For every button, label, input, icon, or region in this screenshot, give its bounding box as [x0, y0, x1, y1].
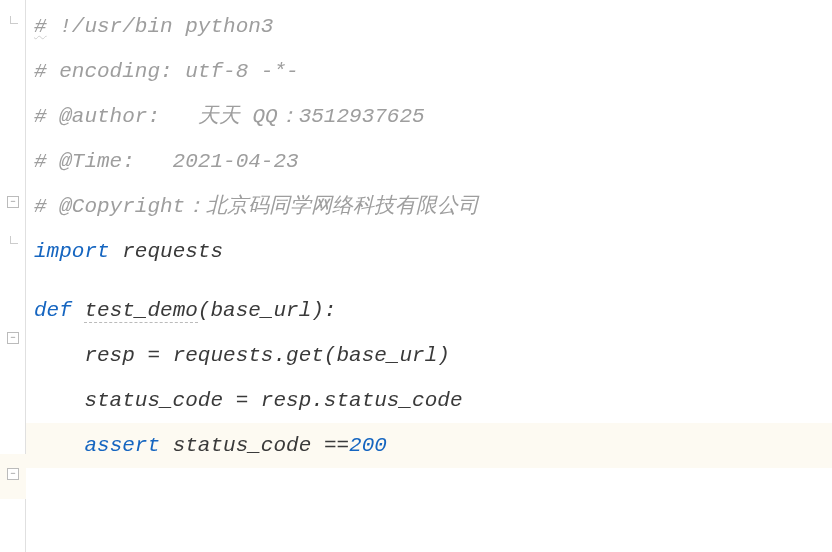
keyword-def: def [34, 299, 72, 322]
code-line[interactable]: resp = requests.get(base_url) [34, 333, 832, 378]
comment-text: # [34, 15, 47, 38]
code-text: requests.get(base_url) [160, 344, 450, 367]
operator-equals: = [147, 344, 160, 367]
code-line[interactable]: status_code = resp.status_code [34, 378, 832, 423]
comment-text: # encoding: utf-8 -*- [34, 60, 299, 83]
code-line[interactable]: # @Copyright：北京码同学网络科技有限公司 [34, 184, 832, 229]
number-literal: 200 [349, 434, 387, 457]
fold-end-marker [10, 236, 18, 244]
code-line[interactable]: import requests [34, 229, 832, 274]
code-text: resp.status_code [248, 389, 462, 412]
code-text: status_code [34, 389, 236, 412]
fold-marker-icon[interactable] [7, 468, 19, 480]
operator-equals: = [236, 389, 249, 412]
comment-text: # @author: 天天 QQ：3512937625 [34, 105, 425, 128]
code-text: status_code [160, 434, 324, 457]
code-line[interactable]: # @Time: 2021-04-23 [34, 139, 832, 184]
code-line[interactable]: # @author: 天天 QQ：3512937625 [34, 94, 832, 139]
editor-gutter [0, 0, 26, 552]
fold-marker-icon[interactable] [7, 332, 19, 344]
blank-line [34, 274, 832, 288]
indent [34, 434, 84, 457]
comment-text: # @Copyright：北京码同学网络科技有限公司 [34, 195, 479, 218]
space [72, 299, 85, 322]
function-name: test_demo [84, 299, 197, 323]
code-line[interactable]: # !/usr/bin python3 [34, 4, 832, 49]
fold-marker-icon[interactable] [7, 196, 19, 208]
module-name: requests [110, 240, 223, 263]
operator-eq: == [324, 434, 349, 457]
code-line[interactable]: def test_demo(base_url): [34, 288, 832, 333]
code-line[interactable]: # encoding: utf-8 -*- [34, 49, 832, 94]
keyword-import: import [34, 240, 110, 263]
code-text: resp [34, 344, 147, 367]
params: (base_url): [198, 299, 337, 322]
code-line-current[interactable]: assert status_code ==200 [26, 423, 832, 468]
keyword-assert: assert [84, 434, 160, 457]
comment-text: # @Time: 2021-04-23 [34, 150, 299, 173]
comment-text: !/usr/bin python3 [47, 15, 274, 38]
fold-end-marker [10, 16, 18, 24]
code-editor[interactable]: # !/usr/bin python3 # encoding: utf-8 -*… [26, 0, 832, 552]
